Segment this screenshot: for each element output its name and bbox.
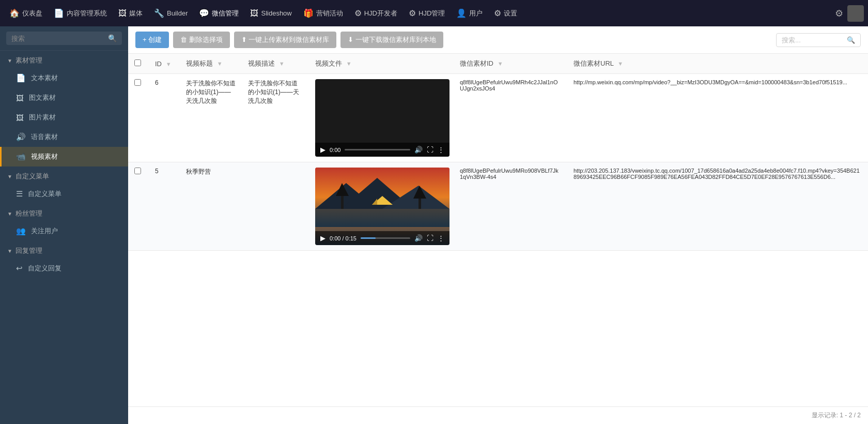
sidebar-item-custom-menu-label: 自定义菜单 <box>28 189 61 199</box>
custom-reply-icon: ↩ <box>16 264 23 273</box>
video-player-5[interactable]: ▶ 0:00 / 0:15 🔊 ⛶ ⋮ <box>315 168 450 245</box>
builder-icon: 🔧 <box>154 8 164 18</box>
nav-settings[interactable]: ⚙ 设置 <box>489 5 522 21</box>
nav-builder[interactable]: 🔧 Builder <box>149 5 193 21</box>
row-desc-6: 关于洗脸你不知道的小知识(1)——天洗几次脸 <box>242 74 309 162</box>
nav-avatar[interactable] <box>847 5 864 22</box>
play-icon[interactable]: ▶ <box>320 146 326 154</box>
sidebar-item-custom-menu[interactable]: ☰ 自定义菜单 <box>0 184 128 204</box>
table-header-row: ID ▼ 视频标题 ▼ 视频描述 ▼ 视频文件 <box>128 54 868 74</box>
sidebar-item-video-asset[interactable]: 📹 视频素材 <box>0 147 128 166</box>
sidebar-group-reply-mgmt[interactable]: ▼ 回复管理 <box>0 241 128 259</box>
nav-cms-label: 内容管理系统 <box>67 9 107 18</box>
volume-icon[interactable]: 🔊 <box>414 146 423 154</box>
video-player-6[interactable]: ▶ 0:00 🔊 ⛶ ⋮ <box>315 79 450 157</box>
nav-users[interactable]: 👤 用户 <box>451 5 488 21</box>
sidebar-item-custom-reply[interactable]: ↩ 自定义回复 <box>0 259 128 278</box>
upload-button[interactable]: ⬆ 一键上传素材到微信素材库 <box>234 32 337 48</box>
nav-hjd-dev[interactable]: ⚙ HJD开发者 <box>349 5 402 21</box>
nav-users-label: 用户 <box>469 9 483 18</box>
fullscreen-icon[interactable]: ⛶ <box>427 234 433 242</box>
fullscreen-icon[interactable]: ⛶ <box>427 146 433 154</box>
nav-hjd-mgmt[interactable]: ⚙ HJD管理 <box>404 5 450 21</box>
col-header-file[interactable]: 视频文件 ▼ <box>309 54 454 74</box>
nav-wechat[interactable]: 💬 微信管理 <box>194 5 244 21</box>
sidebar-search-input[interactable] <box>11 35 105 42</box>
row-checkbox-6[interactable] <box>134 79 141 86</box>
sidebar-search-icon: 🔍 <box>108 34 117 42</box>
chevron-down-icon-4: ▼ <box>7 248 12 254</box>
toolbar-search-input[interactable] <box>782 36 844 44</box>
hjd-mgmt-icon: ⚙ <box>409 8 416 18</box>
sidebar-search-inner: 🔍 <box>6 32 122 45</box>
settings-icon: ⚙ <box>494 8 501 18</box>
table-row: 5秋季野营 <box>128 162 868 251</box>
select-all-checkbox[interactable] <box>134 59 141 66</box>
create-button[interactable]: + 创建 <box>135 32 169 48</box>
sidebar-group-custom-menu[interactable]: ▼ 自定义菜单 <box>0 166 128 184</box>
sidebar-item-text-asset[interactable]: 📄 文本素材 <box>0 68 128 88</box>
nav-slideshow[interactable]: 🖼 Slideshow <box>245 6 297 21</box>
more-icon[interactable]: ⋮ <box>438 234 444 242</box>
sidebar-item-follow-label: 关注用户 <box>31 226 58 236</box>
toolbar-search: 🔍 <box>776 33 861 47</box>
audio-asset-icon: 🔊 <box>16 132 26 142</box>
sidebar-item-follow-users[interactable]: 👥 关注用户 <box>0 221 128 241</box>
nav-hjd-dev-label: HJD开发者 <box>364 9 397 18</box>
video-time-6: 0:00 <box>330 147 340 153</box>
chevron-down-icon: ▼ <box>7 58 12 64</box>
sidebar-group-asset-label: 素材管理 <box>16 56 42 65</box>
col-header-wechat-url[interactable]: 微信素材URL ▼ <box>567 54 868 74</box>
row-wechat-url-6: http://mp.weixin.qq.com/mp/mp/video?__bi… <box>567 74 868 162</box>
video-asset-icon: 📹 <box>16 152 26 161</box>
more-icon[interactable]: ⋮ <box>438 146 444 154</box>
sidebar: 🔍 ▼ 素材管理 📄 文本素材 🖼 图文素材 🖼 图片素材 🔊 语音素材 📹 视… <box>0 26 128 424</box>
sidebar-item-custom-reply-label: 自定义回复 <box>28 264 61 273</box>
nav-marketing[interactable]: 🎁 营销活动 <box>298 5 348 21</box>
nav-media[interactable]: 🖼 媒体 <box>113 6 148 21</box>
col-header-checkbox <box>128 54 149 74</box>
sidebar-group-custom-menu-label: 自定义菜单 <box>16 172 49 181</box>
delete-button[interactable]: 🗑 删除选择项 <box>173 32 230 48</box>
hjd-dev-icon: ⚙ <box>354 8 362 18</box>
sidebar-item-graphic-asset[interactable]: 🖼 图文素材 <box>0 88 128 108</box>
play-icon[interactable]: ▶ <box>320 234 326 242</box>
sidebar-group-fan-mgmt[interactable]: ▼ 粉丝管理 <box>0 204 128 221</box>
content-area: + 创建 🗑 删除选择项 ⬆ 一键上传素材到微信素材库 ⬇ 一键下载微信素材库到… <box>128 26 868 424</box>
status-label: 显示记录: 1 - 2 / 2 <box>812 412 861 419</box>
sidebar-item-image-asset[interactable]: 🖼 图片素材 <box>0 108 128 127</box>
sort-wechat-id-icon: ▼ <box>498 60 503 67</box>
cms-icon: 📄 <box>54 8 64 18</box>
row-desc-5 <box>242 162 309 251</box>
row-wechat-id-5: q8f8lUgeBPefulrUwu9MRo908VBLf7Jk1qVn3BW-… <box>454 162 567 251</box>
col-header-title[interactable]: 视频标题 ▼ <box>180 54 242 74</box>
sidebar-item-audio-asset[interactable]: 🔊 语音素材 <box>0 127 128 147</box>
sidebar-item-graphic-label: 图文素材 <box>29 93 56 102</box>
video-progress-5[interactable] <box>361 237 410 239</box>
download-button[interactable]: ⬇ 一键下载微信素材库到本地 <box>340 32 443 48</box>
nav-settings-label: 设置 <box>504 9 517 18</box>
nav-gear-icon[interactable]: ⚙ <box>835 8 843 19</box>
volume-icon[interactable]: 🔊 <box>414 234 423 242</box>
nav-dashboard[interactable]: 🏠 仪表盘 <box>4 5 48 21</box>
sidebar-item-audio-label: 语音素材 <box>31 132 58 142</box>
wechat-icon: 💬 <box>199 8 209 18</box>
nav-wechat-label: 微信管理 <box>212 9 239 18</box>
video-time-5: 0:00 / 0:15 <box>330 235 357 241</box>
video-controls-5[interactable]: ▶ 0:00 / 0:15 🔊 ⛶ ⋮ <box>315 231 450 245</box>
sidebar-group-asset-mgmt[interactable]: ▼ 素材管理 <box>0 51 128 68</box>
row-id-5: 5 <box>149 162 180 251</box>
video-controls-6[interactable]: ▶ 0:00 🔊 ⛶ ⋮ <box>315 143 450 157</box>
nav-cms[interactable]: 📄 内容管理系统 <box>49 5 112 21</box>
sort-title-icon: ▼ <box>217 60 223 67</box>
col-header-id[interactable]: ID ▼ <box>149 54 180 74</box>
nav-builder-label: Builder <box>167 9 188 17</box>
col-header-wechat-id[interactable]: 微信素材ID ▼ <box>454 54 567 74</box>
col-header-desc[interactable]: 视频描述 ▼ <box>242 54 309 74</box>
nav-marketing-label: 营销活动 <box>316 9 343 18</box>
graphic-asset-icon: 🖼 <box>16 94 24 102</box>
nav-media-label: 媒体 <box>129 9 143 18</box>
sidebar-item-text-label: 文本素材 <box>31 73 58 83</box>
row-checkbox-5[interactable] <box>134 168 141 174</box>
video-progress-6[interactable] <box>345 149 410 150</box>
